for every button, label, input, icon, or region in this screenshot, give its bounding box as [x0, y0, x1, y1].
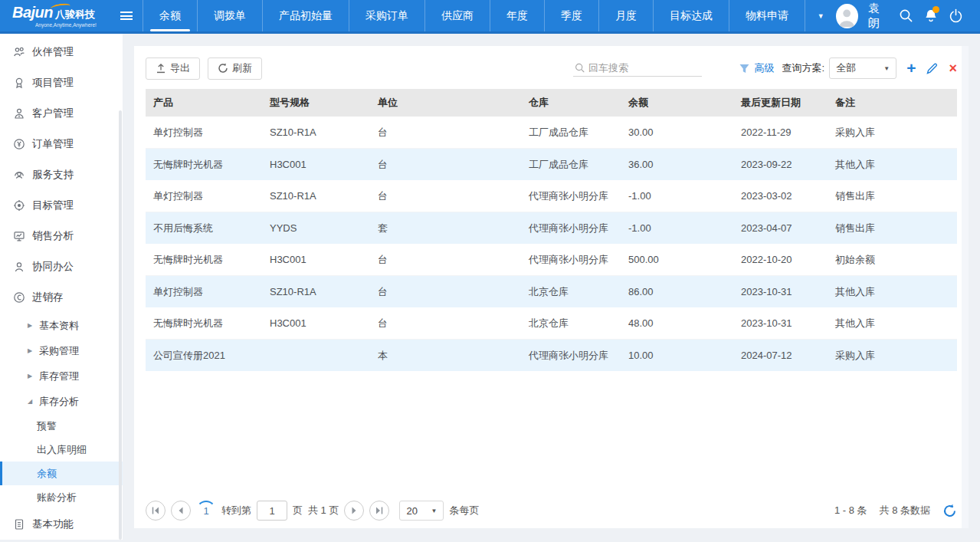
table-row[interactable]: 单灯控制器SZ10-R1A台北京仓库86.002023-10-31其他入库 [146, 276, 957, 308]
main-content-area: 导出 刷新 高级 查询方案: 全部 ▼ [123, 34, 980, 540]
table-cell: 2024-07-12 [733, 340, 828, 372]
current-page-button[interactable]: 1 [196, 501, 216, 521]
goto-page-suffix: 页 [293, 504, 303, 517]
table-row[interactable]: 不用后悔系统YYDS套代理商张小明分库-1.002023-04-07销售出库 [146, 212, 957, 245]
reload-data-icon[interactable] [942, 504, 957, 518]
table-cell: 采购入库 [828, 340, 957, 372]
table-cell: 其他入库 [828, 276, 957, 308]
expanded-triangle-icon: ◢ [28, 398, 34, 405]
pencil-icon [926, 62, 939, 75]
sidebar-item-label: 目标管理 [32, 199, 74, 212]
brand-tagline: Anyone,Anytime,Anywhere! [35, 22, 110, 28]
tab-goal-achievement[interactable]: 目标达成 [653, 0, 729, 31]
query-plan-select[interactable]: 全部 ▼ [829, 57, 896, 79]
sidebar-leaf-warning[interactable]: 预警 [0, 414, 123, 438]
table-cell: -1.00 [621, 212, 733, 245]
table-cell: 86.00 [621, 276, 733, 308]
tab-transfer-order[interactable]: 调拨单 [197, 0, 262, 31]
table-row[interactable]: 无悔牌时光机器H3C001台代理商张小明分库500.002022-10-20初始… [146, 244, 957, 276]
sidebar-subitem-basic-data[interactable]: ▶ 基本资料 [0, 313, 123, 338]
sidebar-item-collaboration[interactable]: 协同办公 [0, 251, 123, 282]
sidebar-leaf-label: 账龄分析 [37, 491, 77, 504]
tab-purchase-order[interactable]: 采购订单 [349, 0, 424, 31]
tab-supplier[interactable]: 供应商 [424, 0, 490, 31]
user-avatar[interactable] [836, 4, 857, 28]
table-row[interactable]: 单灯控制器SZ10-R1A台代理商张小明分库-1.002023-03-02销售出… [146, 180, 957, 212]
sidebar-item-project-mgmt[interactable]: 项目管理 [0, 67, 123, 98]
last-page-button[interactable] [369, 501, 389, 521]
previous-page-button[interactable] [171, 501, 191, 521]
table-cell: -1.00 [621, 180, 733, 212]
coin-icon [13, 291, 25, 304]
sidebar-item-label: 进销存 [32, 291, 64, 304]
sidebar-leaf-in-out-detail[interactable]: 出入库明细 [0, 438, 123, 462]
tab-product-initial-qty[interactable]: 产品初始量 [262, 0, 349, 31]
caret-down-icon: ▼ [431, 508, 438, 514]
table-row[interactable]: 无悔牌时光机器H3C001台北京仓库48.002023-10-31其他入库 [146, 307, 957, 340]
table-cell: 30.00 [621, 117, 733, 149]
upload-icon [156, 63, 166, 74]
refresh-icon [218, 63, 228, 74]
table-cell: 500.00 [621, 244, 733, 276]
sidebar-item-service-support[interactable]: 服务支持 [0, 159, 123, 190]
sidebar-item-label: 基本功能 [32, 517, 74, 531]
sidebar-item-customer-mgmt[interactable]: 客户管理 [0, 98, 123, 129]
nav-tab-bar: 余额 调拨单 产品初始量 采购订单 供应商 年度 季度 月度 目标达成 物料申请 [143, 0, 805, 31]
sidebar-item-partner-mgmt[interactable]: 伙伴管理 [0, 37, 123, 67]
tab-quarter[interactable]: 季度 [544, 0, 598, 31]
search-input[interactable] [588, 62, 700, 74]
table-row[interactable]: 公司宣传册2021本代理商张小明分库10.002024-07-12采购入库 [146, 340, 957, 372]
menu-toggle-button[interactable] [110, 0, 143, 31]
sidebar-subitem-stock-mgmt[interactable]: ▶ 库存管理 [0, 363, 123, 389]
first-page-button[interactable] [146, 501, 166, 521]
table-cell: 代理商张小明分库 [521, 212, 621, 245]
goto-page-input[interactable] [257, 501, 287, 521]
logout-button[interactable] [948, 8, 963, 25]
next-page-button[interactable] [344, 501, 364, 521]
sidebar-item-label: 服务支持 [32, 168, 74, 182]
table-cell: 台 [370, 276, 521, 308]
add-query-plan-button[interactable]: + [906, 61, 916, 76]
global-search-button[interactable] [898, 8, 913, 25]
panel-scrollbar[interactable] [962, 46, 969, 528]
per-page-label: 条每页 [449, 504, 479, 517]
sidebar-item-sales-analysis[interactable]: 销售分析 [0, 221, 123, 251]
table-cell: 本 [370, 340, 521, 372]
column-header-remark: 备注 [828, 89, 957, 117]
export-button[interactable]: 导出 [146, 57, 200, 80]
sidebar-scrollbar[interactable] [119, 110, 122, 540]
delete-query-plan-button[interactable]: × [949, 61, 957, 75]
sidebar-item-goal-mgmt[interactable]: 目标管理 [0, 190, 123, 221]
tab-balance[interactable]: 余额 [143, 0, 197, 31]
sidebar-item-order-mgmt[interactable]: 订单管理 [0, 129, 123, 159]
search-icon [899, 8, 913, 23]
notifications-button[interactable] [923, 8, 939, 25]
page-size-value: 20 [406, 505, 417, 517]
page-size-select[interactable]: 20 ▼ [399, 501, 444, 521]
user-name[interactable]: 袁朗 [868, 2, 889, 31]
table-cell: 销售出库 [828, 212, 957, 245]
sidebar-subitem-label: 采购管理 [39, 344, 79, 358]
table-cell: 套 [370, 212, 521, 245]
table-cell: H3C001 [262, 244, 370, 276]
customer-icon [13, 107, 25, 120]
sidebar-item-inventory[interactable]: 进销存 [0, 282, 123, 313]
more-tabs-dropdown[interactable]: ▼ [805, 0, 836, 31]
sidebar-leaf-aging-analysis[interactable]: 账龄分析 [0, 485, 123, 509]
tab-year[interactable]: 年度 [490, 0, 544, 31]
sidebar-leaf-balance[interactable]: 余额 [0, 462, 123, 485]
previous-page-icon [176, 506, 185, 515]
tab-month[interactable]: 月度 [598, 0, 653, 31]
tab-material-request[interactable]: 物料申请 [729, 0, 805, 31]
table-row[interactable]: 单灯控制器SZ10-R1A台工厂成品仓库30.002022-11-29采购入库 [146, 117, 957, 149]
refresh-button[interactable]: 刷新 [208, 57, 262, 80]
person-icon [13, 261, 25, 273]
sidebar-item-basic-functions[interactable]: 基本功能 [0, 509, 123, 540]
table-cell [262, 340, 370, 372]
nav-user-area: 袁朗 [836, 0, 980, 31]
table-row[interactable]: 无悔牌时光机器H3C001台工厂成品仓库36.002023-09-22其他入库 [146, 149, 957, 181]
edit-query-plan-button[interactable] [926, 62, 939, 75]
sidebar-subitem-purchase-mgmt[interactable]: ▶ 采购管理 [0, 338, 123, 363]
advanced-search-link[interactable]: 高级 [755, 61, 775, 75]
sidebar-subitem-stock-analysis[interactable]: ◢ 库存分析 [0, 389, 123, 414]
